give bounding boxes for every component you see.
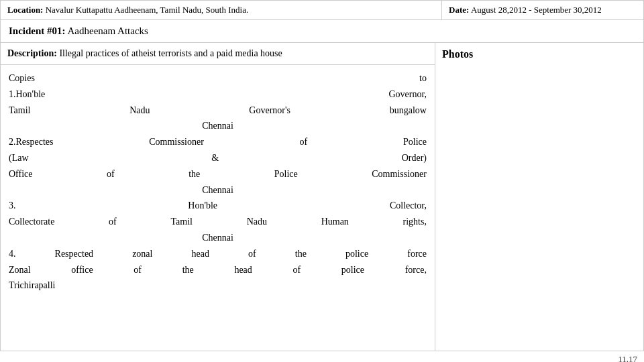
text-col5: head [234, 262, 252, 278]
location-label: Location: [7, 5, 43, 15]
text-col4: Police [274, 166, 298, 182]
list-item: 1.Hon'ble Governor, [9, 86, 427, 103]
date-label: Date: [449, 5, 469, 15]
text-col7: police [345, 246, 368, 262]
text-col3: Order) [402, 150, 427, 166]
text-content: Copies to 1.Hon'ble Governor, Tamil Nadu… [1, 65, 435, 299]
page-number: 11.17 [618, 354, 637, 362]
text-col4: head [192, 246, 209, 262]
incident-label: Incident #01: [9, 25, 66, 36]
text-col2: Hon'ble [188, 198, 217, 214]
date-cell: Date: August 28,2012 - September 30,2012 [442, 1, 643, 19]
description-label: Description: [7, 48, 57, 58]
text-col3: Tamil [170, 214, 192, 230]
text-col2: office [71, 262, 93, 278]
text-col2: of [109, 214, 117, 230]
text-col8: force [407, 246, 427, 262]
list-item: Chennai [9, 182, 427, 198]
text-col1: Tamil [9, 103, 30, 119]
text-col3: zonal [132, 246, 152, 262]
text-col6: rights, [403, 214, 427, 230]
text-center: Chennai [202, 121, 233, 131]
list-item: Zonal office of the head of police force… [9, 262, 427, 278]
text-col1: Office [9, 166, 33, 182]
text-col2: Nadu [129, 103, 150, 119]
text-col1: 2.Respectes [9, 134, 53, 150]
list-item: 2.Respectes Commissioner of Police [9, 134, 427, 150]
list-item: Tamil Nadu Governor's bungalow [9, 103, 427, 119]
description-col: Description: Illegal practices of atheis… [1, 43, 435, 351]
text-left: 1.Hon'ble [9, 86, 45, 103]
list-item: Chennai [9, 230, 427, 246]
text-left: Copies [9, 70, 35, 86]
list-item: Trichirapalli [9, 278, 427, 294]
photos-col: Photos [435, 43, 643, 351]
main-content: Description: Illegal practices of atheis… [0, 43, 644, 351]
list-item: Copies to [9, 70, 427, 86]
text-col2: Commissioner [149, 134, 204, 150]
list-item: Collectorate of Tamil Nadu Human rights, [9, 214, 427, 230]
text-col7: police [341, 262, 364, 278]
text-center: Chennai [202, 233, 233, 243]
text-col3: of [300, 134, 308, 150]
text-col6: the [295, 246, 307, 262]
text-col5: Human [321, 214, 349, 230]
text-col5: Commissioner [372, 166, 427, 182]
text-col3: Collector, [390, 198, 427, 214]
text-col4: Nadu [247, 214, 267, 230]
text-col2: Respected [55, 246, 94, 262]
list-item: Office of the Police Commissioner [9, 166, 427, 182]
incident-title: Aadheenam Attacks [68, 25, 148, 36]
text-col4: the [182, 262, 194, 278]
text-center: Chennai [202, 185, 233, 195]
text-col2: & [211, 150, 219, 166]
text-col2: of [107, 166, 115, 182]
list-item: 3. Hon'ble Collector, [9, 198, 427, 214]
text-col1: Collectorate [9, 214, 54, 230]
text-col4: Police [403, 134, 427, 150]
text-col3: Governor's [249, 103, 290, 119]
location-cell: Location: Navalur Kuttapattu Aadheenam, … [1, 1, 442, 19]
list-item: (Law & Order) [9, 150, 427, 166]
page-number-row: 11.17 [0, 351, 644, 362]
text-col8: force, [405, 262, 427, 278]
text-right: Governor, [388, 86, 427, 103]
text-col6: of [292, 262, 301, 278]
list-item: Chennai [9, 118, 427, 134]
incident-row: Incident #01: Aadheenam Attacks [0, 20, 644, 43]
list-item: 4. Respected zonal head of the police fo… [9, 246, 427, 262]
description-text: Illegal practices of atheist terrorists … [59, 48, 282, 58]
text-col3: the [189, 166, 200, 182]
text-col4: bungalow [390, 103, 427, 119]
date-value: August 28,2012 - September 30,2012 [471, 5, 602, 15]
text-right: to [419, 70, 427, 86]
text-col1: (Law [9, 150, 29, 166]
text-col1: 4. [9, 246, 16, 262]
text-col5: of [248, 246, 256, 262]
text-col1: 3. [9, 198, 16, 214]
header-row: Location: Navalur Kuttapattu Aadheenam, … [0, 0, 644, 20]
description-header: Description: Illegal practices of atheis… [1, 43, 435, 65]
text-col1: Trichirapalli [9, 280, 55, 290]
location-value: Navalur Kuttapattu Aadheenam, Tamil Nadu… [46, 5, 248, 15]
text-col1: Zonal [9, 262, 31, 278]
photos-header: Photos [442, 48, 637, 60]
text-col3: of [133, 262, 142, 278]
